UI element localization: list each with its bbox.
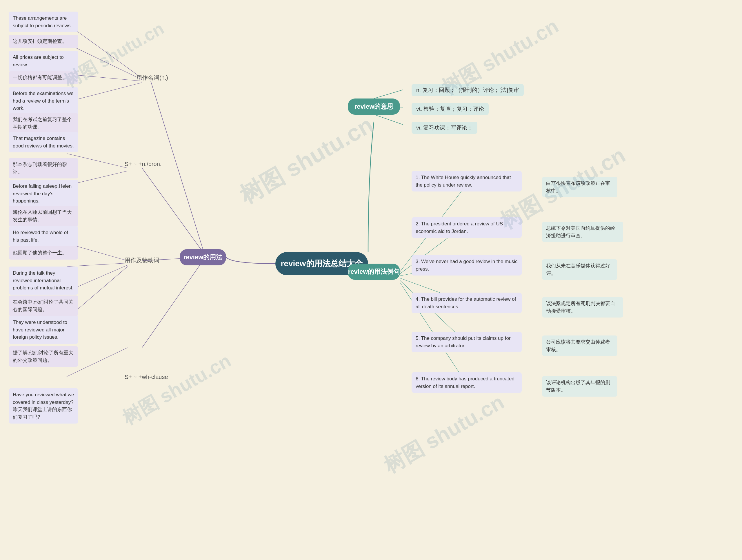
- whclause-leaf-en-1: Have you reviewed what we covered in cla…: [9, 388, 78, 424]
- example-cn-6: 该评论机构出版了其年报的删节版本。: [542, 376, 617, 397]
- usage-branch-node: review的用法: [180, 249, 226, 265]
- noun-leaf-cn-2: 一切价格都有可能调整。: [9, 71, 78, 84]
- transitive-leaf-en-2: They were understood to have reviewed al…: [9, 316, 78, 344]
- noun-leaf-en-1: These arrangements are subject to period…: [9, 12, 78, 32]
- example-cn-3: 我们从未在音乐媒体获得过好评。: [542, 259, 617, 280]
- example-en-3: 3. We've never had a good review in the …: [412, 255, 522, 276]
- watermark-6: 树图 shutu.cn: [379, 388, 509, 480]
- example-cn-1: 白宫很快宣布该项政策正在审核中。: [542, 177, 617, 197]
- sub-label-transitive: 用作及物动词: [125, 257, 159, 264]
- watermark-2: 树图 shutu.cn: [234, 110, 379, 211]
- example-cn-4: 该法案规定所有死刑判决都要自动接受审核。: [542, 297, 623, 318]
- examples-branch-node: review的用法例句: [348, 264, 400, 280]
- meaning-sub-n: n. 复习；回顾；（报刊的）评论；[法]复审: [412, 84, 524, 96]
- noun-leaf-en-3: Before the examinations we had a review …: [9, 87, 78, 115]
- noun-leaf-cn-1: 这几项安排须定期检查。: [9, 35, 78, 48]
- example-en-5: 5. The company should put its claims up …: [412, 332, 522, 352]
- sub-label-npron: S+ ~ +n./pron.: [125, 161, 161, 167]
- transitive-leaf-cn-1: 在会谈中,他们讨论了共同关心的国际问题。: [9, 295, 78, 316]
- transitive-leaf-cn-2: 据了解,他们讨论了所有重大的外交政策问题。: [9, 346, 78, 367]
- example-en-6: 6. The review body has produced a trunca…: [412, 372, 522, 393]
- noun-leaf-en-4: That magazine contains good reviews of t…: [9, 132, 78, 152]
- noun-leaf-cn-4: 那本杂志刊载着很好的影评。: [9, 158, 78, 178]
- svg-line-8: [142, 168, 203, 252]
- usage-branch-label: review的用法: [183, 253, 223, 262]
- spron-leaf-en-1: Before falling asleep,Helen reviewed the…: [9, 180, 78, 208]
- meaning-sub-vi: vi. 复习功课；写评论；: [412, 122, 477, 134]
- transitive-leaf-en-1: During the talk they reviewed internatio…: [9, 267, 78, 295]
- meaning-sub-vt: vt. 检验；复查；复习；评论: [412, 103, 489, 115]
- spron-leaf-en-2: He reviewed the whole of his past life.: [9, 226, 78, 246]
- svg-line-0: [374, 90, 403, 99]
- example-cn-2: 总统下令对美国向约旦提供的经济援助进行审查。: [542, 222, 623, 242]
- meaning-branch-node: review的意思: [348, 99, 400, 115]
- svg-line-2: [374, 114, 403, 124]
- examples-branch-label: review的用法例句: [348, 267, 400, 276]
- spron-leaf-cn-1: 海伦在入睡以前回想了当天发生的事情。: [9, 206, 78, 226]
- example-en-4: 4. The bill provides for the automatic r…: [412, 293, 522, 313]
- example-en-2: 2. The president ordered a review of US …: [412, 217, 522, 238]
- noun-leaf-cn-3: 我们在考试之前复习了整个学期的功课。: [9, 113, 78, 133]
- spron-leaf-cn-2: 他回顾了他的整个一生。: [9, 246, 78, 260]
- svg-line-13: [67, 263, 127, 267]
- svg-line-16: [142, 261, 203, 348]
- watermark-5: 树图 shutu.cn: [118, 348, 235, 431]
- meaning-branch-label: review的意思: [355, 102, 393, 111]
- example-cn-5: 公司应该将其要求交由仲裁者审核。: [542, 335, 617, 356]
- noun-label: 用作名词(n.): [136, 74, 168, 82]
- noun-leaf-en-2: All prices are subject to review.: [9, 51, 78, 71]
- example-en-1: 1. The White House quickly announced tha…: [412, 171, 522, 191]
- sub-label-whclause: S+ ~ +wh-clause: [125, 374, 168, 380]
